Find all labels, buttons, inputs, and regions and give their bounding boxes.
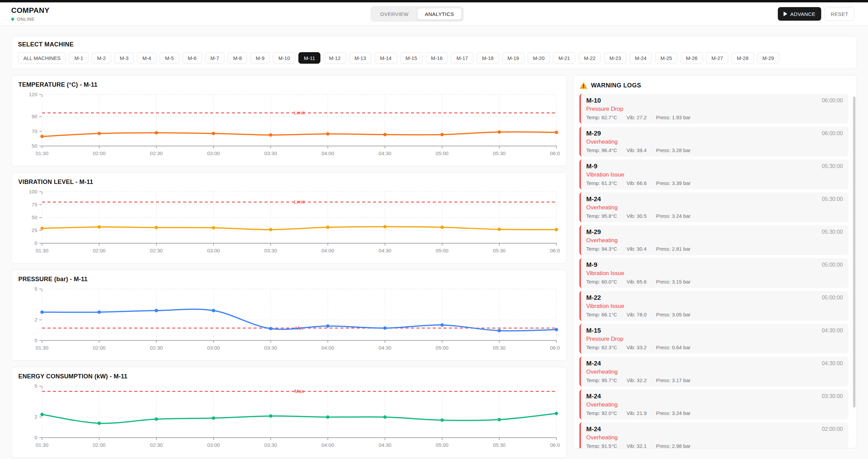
log-stat-press: Press: 0.64 bar: [656, 345, 691, 350]
warning-log-card: M-1504:30:00Pressure DropTemp: 62.3°CVib…: [579, 324, 848, 354]
log-stats-row: Temp: 61.3°CVib: 66.6Press: 3.39 bar: [586, 180, 843, 186]
log-machine-id: M-29: [586, 228, 601, 236]
machine-button-m-10[interactable]: M-10: [273, 52, 295, 64]
log-stat-press: Press: 3.24 bar: [656, 213, 691, 219]
warning-logs-header: WARNING LOGS: [579, 82, 848, 89]
log-timestamp: 03:30:00: [822, 393, 843, 399]
data-point: [269, 414, 272, 418]
data-point: [497, 329, 501, 332]
log-stat-vib: Vib: 27.2: [627, 114, 647, 120]
y-tick-label: 120: [29, 91, 37, 97]
data-point: [555, 131, 558, 134]
x-tick-label: 01:30: [36, 248, 48, 253]
log-machine-id: M-24: [586, 393, 601, 400]
machine-button-m-13[interactable]: M-13: [349, 52, 372, 64]
machine-button-m-7[interactable]: M-7: [205, 52, 225, 64]
data-point: [440, 133, 444, 136]
machine-button-m-15[interactable]: M-15: [400, 52, 422, 64]
data-point: [440, 418, 444, 422]
y-tick-label: 0: [35, 337, 37, 343]
status-label: ONLINE: [17, 17, 35, 22]
machine-button-m-25[interactable]: M-25: [655, 52, 677, 64]
machine-button-m-16[interactable]: M-16: [426, 52, 448, 64]
machine-button-m-20[interactable]: M-20: [528, 52, 550, 64]
line-chart: 02501:3002:0002:3003:0003:3004:0004:3005…: [18, 285, 560, 355]
machine-button-m-9[interactable]: M-9: [250, 52, 270, 64]
machine-button-m-12[interactable]: M-12: [323, 52, 346, 64]
log-stat-vib: Vib: 32.2: [627, 377, 647, 383]
data-point: [40, 413, 44, 416]
machine-button-m-23[interactable]: M-23: [604, 52, 626, 64]
machine-button-m-29[interactable]: M-29: [757, 52, 780, 64]
log-card-header: M-2906:00:00: [586, 130, 843, 137]
machine-button-m-24[interactable]: M-24: [630, 52, 652, 64]
x-tick-label: 02:30: [150, 345, 163, 351]
machine-button-m-1[interactable]: M-1: [69, 52, 88, 64]
machine-button-m-27[interactable]: M-27: [706, 52, 728, 64]
view-tabs: OVERVIEWANALYTICS: [371, 6, 463, 22]
log-stat-press: Press: 3.28 bar: [656, 147, 691, 153]
limit-label: Limit: [294, 110, 305, 116]
machine-button-m-6[interactable]: M-6: [182, 52, 202, 64]
warning-log-card: M-2905:30:00OverheatingTemp: 94.3°CVib: …: [579, 225, 848, 255]
warning-log-card: M-2405:30:00OverheatingTemp: 95.8°CVib: …: [579, 192, 848, 222]
advance-button[interactable]: ADVANCE: [778, 7, 821, 21]
log-issue-type: Overheating: [586, 139, 843, 145]
reset-button[interactable]: RESET: [825, 7, 854, 21]
x-tick-label: 02:00: [93, 248, 106, 253]
data-point: [98, 421, 101, 425]
log-stat-press: Press: 2.98 bar: [656, 443, 691, 448]
log-machine-id: M-9: [586, 261, 597, 269]
log-timestamp: 04:30:00: [822, 328, 843, 334]
warning-log-card: M-905:00:00Vibration IssueTemp: 60.0°CVi…: [579, 258, 848, 288]
data-point: [40, 310, 44, 314]
machine-button-m-5[interactable]: M-5: [160, 52, 179, 64]
machine-button-m-3[interactable]: M-3: [114, 52, 134, 64]
machine-button-m-18[interactable]: M-18: [476, 52, 499, 64]
log-machine-id: M-9: [586, 163, 597, 170]
log-stat-vib: Vib: 66.6: [627, 180, 647, 186]
log-stat-temp: Temp: 96.4°C: [586, 147, 617, 153]
machine-button-m-26[interactable]: M-26: [680, 52, 703, 64]
chart-title: TEMPERATURE (°C) - M-11: [18, 81, 560, 88]
machine-button-m-8[interactable]: M-8: [228, 52, 247, 64]
reset-button-label: RESET: [831, 11, 848, 17]
x-tick-label: 03:00: [207, 345, 220, 351]
tab-overview[interactable]: OVERVIEW: [372, 8, 416, 20]
machine-button-m-17[interactable]: M-17: [451, 52, 473, 64]
machine-button-m-19[interactable]: M-19: [502, 52, 525, 64]
log-stat-vib: Vib: 78.0: [627, 312, 647, 317]
data-point: [497, 228, 501, 231]
machine-button-m-22[interactable]: M-22: [578, 52, 601, 64]
x-tick-label: 06:00: [550, 345, 560, 351]
x-tick-label: 06:00: [550, 442, 560, 448]
log-issue-type: Overheating: [586, 401, 843, 408]
data-point: [212, 416, 215, 420]
log-stat-press: Press: 3.39 bar: [656, 180, 691, 186]
log-stats-row: Temp: 92.0°CVib: 21.9Press: 3.24 bar: [586, 410, 843, 416]
x-tick-label: 05:00: [436, 248, 449, 253]
y-tick-label: 90: [32, 113, 37, 119]
machine-button-m-14[interactable]: M-14: [375, 52, 397, 64]
y-tick-label: 5: [35, 383, 37, 389]
machine-button-m-11[interactable]: M-11: [298, 52, 320, 64]
log-stat-press: Press: 3.15 bar: [656, 279, 691, 285]
y-tick-label: 25: [32, 227, 37, 233]
machine-button-m-21[interactable]: M-21: [553, 52, 575, 64]
y-tick-label: 50: [32, 214, 37, 220]
machine-button-all[interactable]: ALL MACHINES: [18, 52, 66, 64]
warnings-scrollbar[interactable]: [853, 97, 855, 408]
machine-button-m-28[interactable]: M-28: [731, 52, 754, 64]
machine-button-m-2[interactable]: M-2: [92, 52, 111, 64]
tab-analytics[interactable]: ANALYTICS: [417, 8, 462, 20]
header-actions: ADVANCE RESET: [778, 7, 854, 21]
log-timestamp: 06:00:00: [822, 130, 843, 137]
warning-log-card: M-1006:00:00Pressure DropTemp: 62.7°CVib…: [579, 94, 848, 124]
log-stat-vib: Vib: 30.5: [627, 213, 647, 219]
machine-button-m-4[interactable]: M-4: [137, 52, 157, 64]
x-tick-label: 04:30: [379, 248, 392, 253]
log-stat-press: Press: 2.81 bar: [656, 246, 691, 252]
warning-log-card: M-2402:00:00OverheatingTemp: 91.5°CVib: …: [579, 422, 848, 448]
x-tick-label: 03:30: [264, 345, 277, 351]
log-stats-row: Temp: 62.3°CVib: 33.2Press: 0.64 bar: [586, 345, 843, 350]
